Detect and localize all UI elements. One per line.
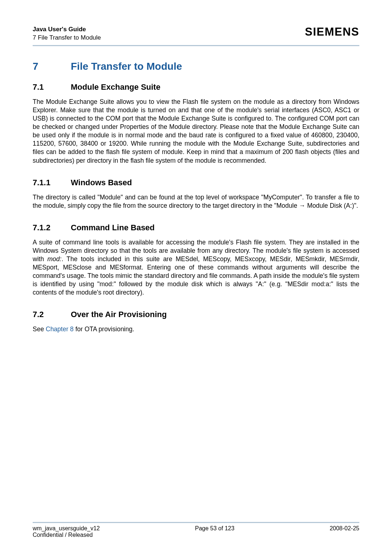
arrow-icon: → xyxy=(299,202,306,209)
body-text: . The tools included in this suite are M… xyxy=(33,255,359,296)
footer-confidentiality: Confidential / Released xyxy=(33,532,100,538)
footer-date: 2008-02-25 xyxy=(330,525,359,538)
footer-divider xyxy=(33,522,359,523)
body-text: Module Disk (A:)". xyxy=(305,202,358,209)
page-footer: wm_java_usersguide_v12 Confidential / Re… xyxy=(33,522,359,538)
footer-doc-id: wm_java_usersguide_v12 xyxy=(33,525,100,532)
chapter-link[interactable]: Chapter 8 xyxy=(46,325,74,333)
section-title: Over the Air Provisioning xyxy=(71,310,167,319)
footer-page-number: Page 53 of 123 xyxy=(195,525,234,538)
section-heading: 7.1Module Exchange Suite xyxy=(33,82,359,92)
subsection-body: The directory is called "Module" and can… xyxy=(33,193,359,210)
subsection-heading: 7.1.2Command Line Based xyxy=(33,223,359,232)
subsection-title: Windows Based xyxy=(71,178,132,187)
body-text: See xyxy=(33,325,46,333)
siemens-logo: SIEMENS xyxy=(305,25,359,39)
footer-left: wm_java_usersguide_v12 Confidential / Re… xyxy=(33,525,100,538)
page-header: Java User's Guide 7 File Transfer to Mod… xyxy=(33,25,359,42)
section-body: The Module Exchange Suite allows you to … xyxy=(33,98,359,165)
section-number: 7.1 xyxy=(33,82,71,92)
header-divider xyxy=(33,45,359,46)
section-body: See Chapter 8 for OTA provisioning. xyxy=(33,325,359,333)
chapter-heading: 7File Transfer to Module xyxy=(33,61,359,72)
doc-title: Java User's Guide xyxy=(33,25,101,34)
doc-section-path: 7 File Transfer to Module xyxy=(33,34,101,42)
body-text: for OTA provisioning. xyxy=(74,325,134,333)
chapter-number: 7 xyxy=(33,61,71,72)
header-left: Java User's Guide 7 File Transfer to Mod… xyxy=(33,25,101,42)
subsection-title: Command Line Based xyxy=(71,223,155,232)
section-heading: 7.2Over the Air Provisioning xyxy=(33,310,359,319)
subsection-number: 7.1.1 xyxy=(33,178,71,187)
section-number: 7.2 xyxy=(33,310,71,319)
subsection-body: A suite of command line tools is availab… xyxy=(33,238,359,297)
footer-row: wm_java_usersguide_v12 Confidential / Re… xyxy=(33,525,359,538)
section-title: Module Exchange Suite xyxy=(71,82,160,92)
chapter-title: File Transfer to Module xyxy=(71,61,182,72)
body-emphasis: mod: xyxy=(47,255,61,263)
subsection-heading: 7.1.1Windows Based xyxy=(33,178,359,187)
subsection-number: 7.1.2 xyxy=(33,223,71,232)
